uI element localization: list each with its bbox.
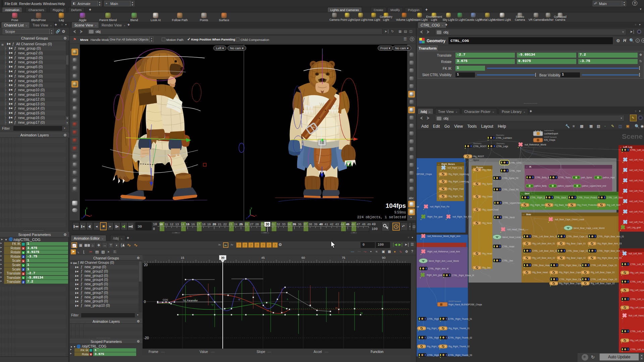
svg-text:LuchtanExport: LuchtanExport [544,132,558,135]
svg-text:CTRL_Left_Index_0: CTRL_Left_Index_0 [630,348,644,351]
svg-text:Geometry: Geometry [496,142,504,144]
svg-text:CTRL_Left_Shoulder: CTRL_Left_Shoulder [630,263,644,266]
svg-text:CTRL_Bear_Head: CTRL_Bear_Head [532,264,550,267]
svg-text:Local: Local [524,229,528,231]
svg-text:Rig_Bear_Head: Rig_Bear_Head [532,271,548,274]
svg-text:Rig_UpperChest: Rig_UpperChest [482,208,498,211]
svg-text:ty: ty [361,311,363,314]
svg-text:COG: COG [163,299,168,301]
svg-text:Rig_Neck: Rig_Neck [482,222,492,225]
svg-text:─: ─ [523,214,525,216]
svg-text:CTRL_COG: CTRL_COG [509,162,521,164]
svg-text:CTRL_Jaw: CTRL_Jaw [502,259,513,262]
svg-text:null_Right_Toe_FIX: null_Right_Toe_FIX [452,216,472,218]
svg-text:Scene: Scene [622,132,643,140]
svg-text:Geometry: Geometry [496,134,504,136]
svg-text:y: y [251,207,252,209]
svg-text:Right_Arm_goal: Right_Arm_goal [427,274,442,277]
svg-text:null_Left_Foot_Out: null_Left_Foot_Out [629,179,644,182]
svg-text:Rig_Left_Bear_Cape_01: Rig_Left_Bear_Cape_01 [591,271,615,274]
svg-text:-20: -20 [144,336,149,340]
svg-text:CTRL_Front_Protection: CTRL_Front_Protection [577,196,600,199]
svg-text:null_Left_Foot_In: null_Left_Foot_In [629,169,644,172]
svg-text:Right_Toe_goal: Right_Toe_goal [427,216,443,218]
svg-text:null_Left_Arm: null_Left_Arm [629,252,642,255]
svg-text:DPOSE_Chops: DPOSE_Chops [417,173,432,176]
svg-text:0: 0 [144,300,146,304]
svg-text:e: e [417,167,419,169]
svg-text:null_Left_Foot_Mid: null_Left_Foot_Mid [629,210,644,213]
svg-text:CTRL_Bear_Cape_01: CTRL_Bear_Cape_01 [567,235,588,238]
svg-text:CTRL_Right_Bear_Arm_01: CTRL_Right_Bear_Arm_01 [597,235,624,238]
svg-text:45: 45 [261,256,265,259]
svg-text:─: ─ [470,159,472,161]
svg-text:CTRL_Right_Elbow_IK: CTRL_Right_Elbow_IK [452,274,475,277]
svg-text:CTRL_Right_Thumb_03: CTRL_Right_Thumb_03 [448,354,472,357]
svg-text:oe: oe [417,205,419,208]
svg-text:CTRL_Left_Bear_Arm_01: CTRL_Left_Bear_Arm_01 [532,235,558,238]
svg-text:Rig_Left_Bear_Arm_01: Rig_Left_Bear_Arm_01 [532,242,555,245]
svg-text:CTRL_Spine_FK: CTRL_Spine_FK [502,177,519,180]
svg-text:Rig_Right_Thumb_02: Rig_Right_Thumb_02 [448,345,470,348]
svg-text:CTRL_Left_Index_0: CTRL_Left_Index_0 [630,330,644,333]
svg-text:CTRL_Legs: CTRL_Legs [496,145,508,148]
svg-text:Rig_Bear_Cape_02: Rig_Bear_Cape_02 [567,257,586,259]
svg-text:CTRL_Left_LowerArm: CTRL_Left_LowerArm [630,298,644,301]
svg-text:pathcv_Belly: pathcv_Belly [534,185,547,187]
svg-text:Skirt: Skirt [525,192,530,195]
svg-text:CTRL_Left_Bear_Arm_02: CTRL_Left_Bear_Arm_02 [532,250,558,252]
svg-text:CTRL_Right_Thumb_01: CTRL_Right_Thumb_01 [448,318,472,320]
svg-text:x: x [255,214,257,217]
svg-text:Rig_Left_LowerArm: Rig_Left_LowerArm [630,306,644,309]
svg-text:Function: Function [371,350,383,354]
svg-text:Spine: Spine [473,159,479,162]
svg-text:z: z [82,217,83,219]
svg-text:─: ─ [438,163,440,165]
svg-text:Rig_Left_Bear_Cape_02: Rig_Left_Bear_Cape_02 [591,282,615,285]
svg-text:null_Reference_World_Right_Arm: null_Reference_World_Right_Arm [427,235,461,238]
svg-text:Rig_Left_Skirt: Rig_Left_Skirt [607,204,621,206]
svg-text:null_Left_Foot_Twist: null_Left_Foot_Twist [629,159,644,161]
svg-text:CTRL_Chest_FK: CTRL_Chest_FK [502,188,519,191]
svg-text:Rig_Left_Index_01: Rig_Left_Index_01 [630,339,644,342]
svg-text:pathcv_UpperChest_end: pathcv_UpperChest_end [582,185,606,187]
svg-text:CTRL_Right_Arm_IK: CTRL_Right_Arm_IK [428,267,449,270]
svg-text:z: z [246,217,248,219]
svg-text:ry: ry [211,303,214,306]
svg-text:Rig_Hips: Rig_Hips [482,169,491,171]
svg-text:null_Right_Leg: null_Right_Leg [447,167,462,169]
svg-text:Rig_Jaw: Rig_Jaw [482,266,491,269]
svg-text:30: 30 [221,256,225,259]
svg-text:sy: sy [195,298,288,301]
svg-text:----: ---- [324,350,328,354]
svg-text:tx: tx [335,306,337,309]
svg-text:─: ─ [526,166,528,168]
svg-text:Left_Leg_goal: Left_Leg_goal [627,226,641,229]
svg-text:Right_null_Reference_Local_Arm: Right_null_Reference_Local_Arm [427,250,460,253]
svg-text:Rig_Front_Protection: Rig_Front_Protection [577,204,598,206]
svg-text:Rig_Bear_Cape_01: Rig_Bear_Cape_01 [567,242,586,245]
svg-text:null_Head_Orient_: null_Head_Orient_ [507,228,526,231]
svg-text:x: x [91,214,92,217]
svg-text:CTRL_Left_Leg: CTRL_Left_Leg [630,149,644,152]
svg-text:Rig_Right_Bear_Arm_03: Rig_Right_Bear_Arm_03 [597,242,622,245]
svg-text:CTRL_Left_Skirt: CTRL_Left_Skirt [607,196,623,199]
svg-text:Rig_Right_LowerLeg: Rig_Right_LowerLeg [448,180,469,183]
svg-text:blend_Bear_Cape_Local_World: blend_Bear_Cape_Local_World [574,227,604,230]
svg-text:CTRL_Hips: CTRL_Hips [509,170,521,172]
svg-text:CTRL_Torso_IK: CTRL_Torso_IK [558,176,574,179]
svg-text:null_Left_Foot_Back: null_Left_Foot_Back [629,190,644,192]
svg-text:CTRL_Neck: CTRL_Neck [503,216,515,219]
svg-text:null_Right_Foot_Fix: null_Right_Foot_Fix [430,205,450,208]
svg-text:tx: tx [267,309,269,312]
svg-text:Rig_Right_Bear_Arm_04: Rig_Right_Bear_Arm_04 [597,257,622,259]
svg-text:Rig_Right_Foot: Rig_Right_Foot [448,188,464,190]
svg-text:Accel: Accel [314,350,322,354]
svg-text:─: ─ [620,146,622,148]
svg-text:CTRL_Belly_IK: CTRL_Belly_IK [535,176,550,179]
svg-text:Geometry: Geometry [473,142,481,144]
svg-text:CTRL_ROOT: CTRL_ROOT [473,145,486,148]
svg-text:CTRL_Left_UpperArm: CTRL_Left_UpperArm [630,281,644,283]
svg-text:CHOP Network: CHOP Network [448,300,461,302]
svg-text:Subnetwork: Subnetwork [544,130,554,131]
